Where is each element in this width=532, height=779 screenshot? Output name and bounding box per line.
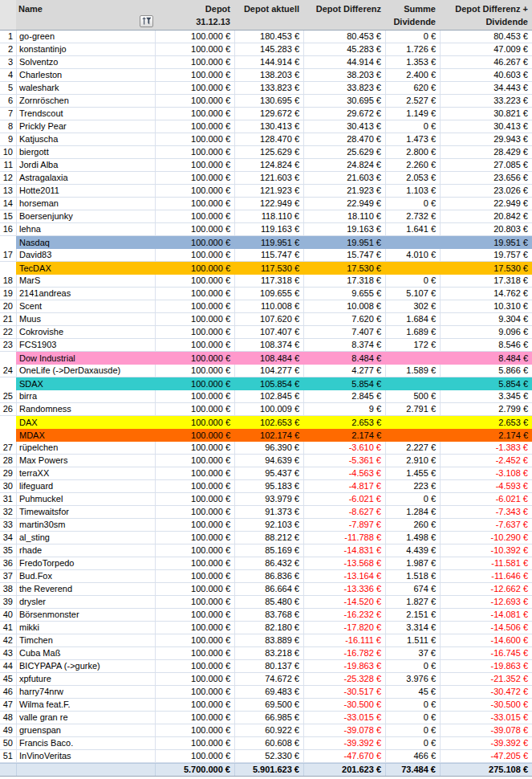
cell-depot[interactable]: 100.000 € [155, 429, 234, 442]
cell-div[interactable]: 1.498 € [385, 532, 440, 544]
cell-num[interactable]: 11 [0, 159, 16, 171]
cell-num[interactable]: 45 [0, 673, 16, 685]
cell-num[interactable]: 18 [0, 275, 16, 287]
cell-aktuell[interactable]: 88.212 € [234, 532, 303, 544]
cell-aktuell[interactable]: 110.008 € [234, 300, 303, 312]
cell-div[interactable]: 3.976 € [385, 673, 440, 685]
header-depot-start[interactable]: Depot 31.12.13 [155, 0, 234, 30]
cell-num[interactable]: 10 [0, 146, 16, 158]
cell-name[interactable]: konstantinjo [16, 43, 155, 55]
cell-diff[interactable]: 19.951 € [303, 236, 385, 249]
cell-div[interactable]: 5.107 € [385, 288, 440, 300]
cell-div[interactable]: 45 € [385, 686, 440, 698]
cell-total[interactable]: 275.108 € [440, 764, 532, 776]
cell-aktuell[interactable]: 125.629 € [234, 146, 303, 158]
cell-depot[interactable]: 100.000 € [155, 249, 234, 261]
cell-name[interactable]: Trendscout [16, 108, 155, 120]
cell-name[interactable]: drysler [16, 596, 155, 608]
cell-depot[interactable]: 100.000 € [155, 377, 234, 390]
cell-total[interactable]: 3.345 € [440, 390, 532, 402]
cell-div[interactable]: 0 € [385, 660, 440, 672]
cell-num[interactable]: 30 [0, 480, 16, 492]
cell-aktuell[interactable]: 130.413 € [234, 120, 303, 133]
cell-aktuell[interactable]: 119.163 € [234, 223, 303, 235]
cell-diff[interactable]: 201.623 € [303, 764, 385, 776]
cell-total[interactable]: 46.267 € [440, 56, 532, 68]
cell-diff[interactable]: -33.015 € [303, 712, 385, 724]
cell-depot[interactable]: 100.000 € [155, 185, 234, 197]
cell-depot[interactable]: 100.000 € [155, 69, 234, 81]
cell-div[interactable]: 1.518 € [385, 570, 440, 582]
header-depot-differenz[interactable]: Depot Differenz [303, 0, 385, 30]
cell-depot[interactable]: 100.000 € [155, 583, 234, 595]
cell-total[interactable]: -12.662 € [440, 583, 532, 595]
cell-num[interactable]: 38 [0, 583, 16, 595]
cell-num[interactable]: 20 [0, 300, 16, 312]
cell-aktuell[interactable]: 80.137 € [234, 660, 303, 672]
cell-aktuell[interactable]: 102.653 € [234, 416, 303, 429]
cell-aktuell[interactable]: 66.985 € [234, 712, 303, 724]
cell-aktuell[interactable]: 119.951 € [234, 236, 303, 249]
cell-diff[interactable]: -7.897 € [303, 519, 385, 531]
cell-depot[interactable]: 100.000 € [155, 82, 234, 94]
cell-aktuell[interactable]: 124.824 € [234, 159, 303, 171]
cell-name[interactable]: Katjuscha [16, 133, 155, 145]
cell-num[interactable]: 35 [0, 544, 16, 557]
cell-num[interactable]: 3 [0, 56, 16, 68]
cell-num[interactable]: 16 [0, 223, 16, 235]
cell-num[interactable]: 1 [0, 31, 16, 43]
cell-aktuell[interactable]: 128.470 € [234, 133, 303, 145]
cell-aktuell[interactable]: 108.374 € [234, 339, 303, 351]
cell-div[interactable]: 73.484 € [385, 764, 440, 776]
cell-div[interactable]: 500 € [385, 390, 440, 402]
cell-diff[interactable]: 17.530 € [303, 262, 385, 275]
cell-div[interactable]: 2.053 € [385, 172, 440, 184]
cell-name[interactable]: rhade [16, 544, 155, 557]
cell-num[interactable]: 43 [0, 647, 16, 659]
cell-depot[interactable]: 100.000 € [155, 120, 234, 133]
cell-depot[interactable]: 100.000 € [155, 544, 234, 557]
cell-name[interactable]: Bud.Fox [16, 570, 155, 582]
cell-diff[interactable]: 80.453 € [303, 31, 385, 43]
cell-aktuell[interactable]: 52.330 € [234, 750, 303, 762]
cell-aktuell[interactable]: 107.407 € [234, 326, 303, 338]
cell-name[interactable]: gruenspan [16, 724, 155, 736]
cell-diff[interactable]: 2.174 € [303, 429, 385, 442]
cell-diff[interactable]: -4.817 € [303, 480, 385, 492]
cell-div[interactable]: 0 € [385, 31, 440, 43]
cell-diff[interactable]: -3.610 € [303, 442, 385, 454]
cell-num[interactable]: 50 [0, 737, 16, 749]
cell-total[interactable]: 8.484 € [440, 352, 532, 365]
cell-total[interactable]: -1.383 € [440, 442, 532, 454]
cell-depot[interactable]: 100.000 € [155, 300, 234, 312]
cell-total[interactable]: -39.078 € [440, 724, 532, 736]
cell-div[interactable]: 1.684 € [385, 313, 440, 325]
cell-name[interactable]: Prickly Pear [16, 120, 155, 133]
cell-aktuell[interactable]: 144.914 € [234, 56, 303, 68]
cell-name[interactable]: Nasdaq [16, 236, 155, 249]
cell-total[interactable]: 30.413 € [440, 120, 532, 133]
cell-name[interactable]: Solventzo [16, 56, 155, 68]
cell-name[interactable]: xpfuture [16, 673, 155, 685]
cell-aktuell[interactable]: 129.672 € [234, 108, 303, 120]
cell-num[interactable]: 41 [0, 622, 16, 634]
cell-aktuell[interactable]: 69.500 € [234, 699, 303, 711]
cell-div[interactable] [385, 416, 440, 429]
cell-div[interactable]: 1.353 € [385, 56, 440, 68]
cell-div[interactable]: 1.103 € [385, 185, 440, 197]
cell-div[interactable]: 1.726 € [385, 43, 440, 55]
cell-diff[interactable]: -30.517 € [303, 686, 385, 698]
cell-total[interactable]: 8.546 € [440, 339, 532, 351]
cell-num[interactable]: 22 [0, 326, 16, 338]
cell-name[interactable]: Cuba Maß [16, 647, 155, 659]
cell-num[interactable]: 25 [0, 390, 16, 402]
cell-num[interactable]: 32 [0, 506, 16, 518]
cell-aktuell[interactable]: 83.218 € [234, 647, 303, 659]
cell-name[interactable]: Dow Industrial [16, 352, 155, 365]
cell-name[interactable]: SDAX [16, 377, 155, 390]
cell-aktuell[interactable]: 109.655 € [234, 288, 303, 300]
cell-name[interactable] [16, 764, 155, 776]
cell-depot[interactable]: 100.000 € [155, 403, 234, 415]
cell-total[interactable]: 47.009 € [440, 43, 532, 55]
cell-depot[interactable]: 100.000 € [155, 647, 234, 659]
